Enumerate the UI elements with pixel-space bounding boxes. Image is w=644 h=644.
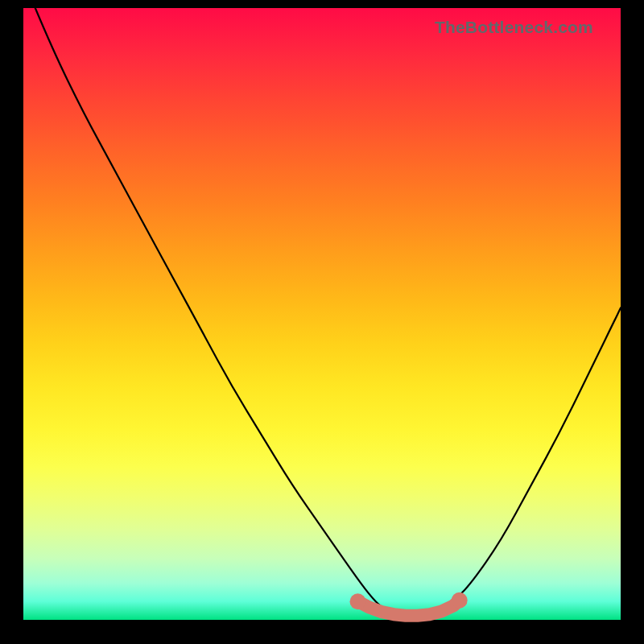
highlight-end-dot <box>452 592 468 609</box>
highlight-band <box>350 592 468 616</box>
bottleneck-curve <box>35 8 621 620</box>
plot-area: TheBottleneck.com <box>23 8 621 620</box>
highlight-band-stroke <box>358 601 460 616</box>
chart-frame: TheBottleneck.com <box>0 0 644 644</box>
curve-svg <box>23 8 621 620</box>
highlight-start-dot <box>350 593 366 609</box>
